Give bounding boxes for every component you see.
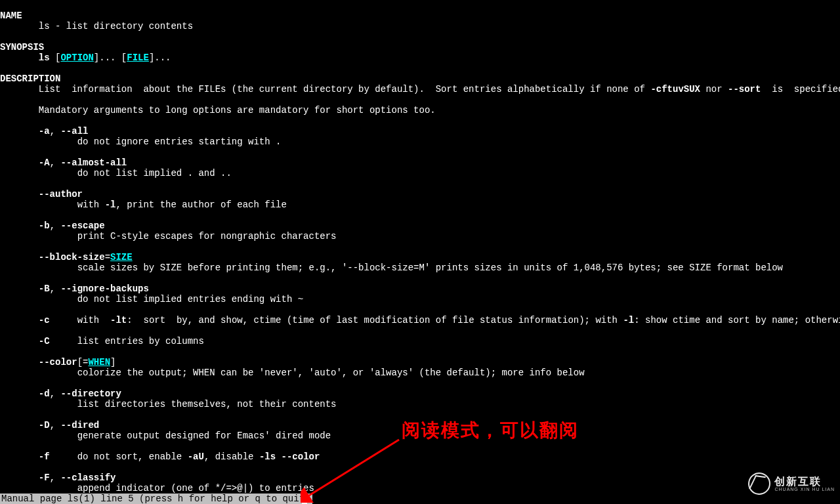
synopsis-file: FILE <box>127 52 149 63</box>
brand-name: 创新互联 <box>774 476 835 487</box>
opt-d: -d <box>39 388 50 399</box>
opt-d-desc: list directories themselves, not their c… <box>77 399 337 410</box>
opt-author: --author <box>39 189 83 200</box>
opt-b-desc: print C-style escapes for nongraphic cha… <box>77 231 337 242</box>
section-description-header: DESCRIPTION <box>0 74 60 84</box>
opt-F: -F <box>39 472 50 483</box>
opt-color-desc: colorize the output; WHEN can be 'never'… <box>77 368 585 378</box>
opt-A-desc: do not list implied . and .. <box>77 168 232 178</box>
synopsis-cmd: ls <box>39 52 50 63</box>
synopsis-option: OPTION <box>60 52 93 63</box>
section-synopsis-header: SYNOPSIS <box>0 42 44 52</box>
opt-b: -b <box>39 220 50 231</box>
pager-status-bar[interactable]: Manual page ls(1) line 5 (press h for he… <box>0 494 312 504</box>
opt-a: -a <box>39 126 50 136</box>
desc-flag2: --sort <box>728 84 761 94</box>
opt-C-desc: list entries by columns <box>77 336 204 346</box>
section-name-header: NAME <box>0 10 22 21</box>
opt-D: -D <box>39 420 50 430</box>
opt-color-arg: WHEN <box>88 357 110 368</box>
brand-sub: CHUANG XIN HU LIAN <box>774 487 835 492</box>
desc-flag1: -cftuvSUX <box>650 84 700 94</box>
opt-block-size: --block-size <box>39 252 105 262</box>
opt-color: --color <box>39 357 77 368</box>
opt-C: -C <box>39 336 50 346</box>
opt-B-desc: do not list implied entries ending with … <box>77 294 303 304</box>
cursor-icon <box>302 494 307 504</box>
opt-block-desc: scale sizes by SIZE before printing them… <box>77 262 783 273</box>
brand-logo-icon <box>747 471 772 496</box>
opt-B: -B <box>39 284 50 294</box>
desc-line1a: List information about the FILEs (the cu… <box>39 84 651 94</box>
opt-f: -f <box>39 452 50 462</box>
annotation-text: 阅读模式，可以翻阅 <box>402 425 579 436</box>
opt-a-desc: do not ignore entries starting with . <box>77 136 282 147</box>
name-desc: ls - list directory contents <box>39 21 193 32</box>
opt-author-desc: , print the author of each file <box>116 200 286 210</box>
opt-c: -c <box>39 315 50 326</box>
opt-F-desc: append indicator (one of */=>@|) to entr… <box>77 483 314 494</box>
watermark-brand: 创新互联 CHUANG XIN HU LIAN <box>748 472 835 495</box>
desc-line2: Mandatory arguments to long options are … <box>39 105 436 116</box>
opt-A: -A <box>39 158 50 168</box>
opt-block-arg: SIZE <box>110 252 133 262</box>
opt-c-desc: : show ctime and sort by name; otherwise… <box>634 315 840 326</box>
opt-D-desc: generate output designed for Emacs' dire… <box>77 430 331 441</box>
